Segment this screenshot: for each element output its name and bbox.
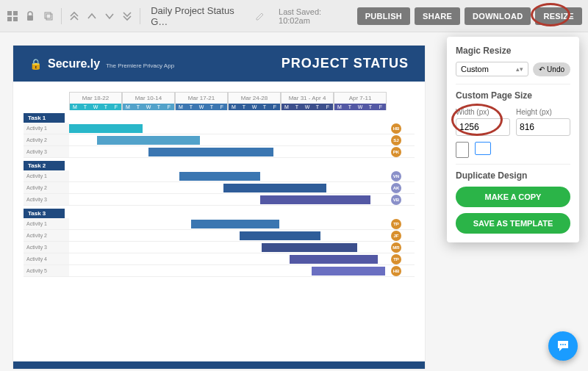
activity-label: Activity 3 [24,242,69,253]
height-input[interactable] [516,118,570,136]
svg-rect-5 [45,12,51,18]
make-copy-button[interactable]: MAKE A COPY [456,187,570,207]
gantt-bar[interactable] [148,148,273,156]
gantt-track [69,253,387,264]
down-icon[interactable] [103,9,116,24]
gantt-track [69,134,387,145]
topbar: Daily Project Status G… Last Saved: 10:0… [0,0,588,32]
gantt-bar[interactable] [223,184,326,192]
gantt-bar[interactable] [69,124,143,133]
week-column: Mar 24-28MTWTF [228,92,281,110]
last-saved: Last Saved: 10:02am [279,7,348,25]
divider [456,164,570,165]
assignee-badge: AK [391,183,401,193]
svg-rect-6 [46,14,52,20]
gantt-row: Activity 5HB [24,265,415,277]
day-label: F [270,104,280,110]
svg-point-7 [560,344,562,345]
assignee-badge: TP [391,254,401,264]
gantt-bar[interactable] [97,136,200,145]
gantt-bar[interactable] [191,220,279,228]
divider [140,8,140,24]
day-label: T [133,104,143,110]
day-label: W [249,104,259,110]
assignee-badge: SJ [391,135,401,145]
assignee-badge: PK [391,147,401,157]
undo-button[interactable]: ↶ Undo [533,62,570,76]
day-label: T [345,104,355,110]
activity-label: Activity 2 [24,182,69,193]
magic-resize-heading: Magic Resize [456,46,570,56]
week-label: Mar 24-28 [229,93,280,104]
chevron-updown-icon: ▴▾ [516,65,523,73]
activity-label: Activity 1 [24,218,69,229]
gantt-bar[interactable] [179,172,260,181]
grid-icon[interactable] [6,9,19,24]
assignee-badge: HB [391,123,401,134]
brand-tagline: The Premiere Privacy App [106,62,174,69]
day-label: M [334,104,345,110]
activity-label: Activity 2 [24,134,69,145]
doc-header: 🔒 Secure.ly The Premiere Privacy App PRO… [13,46,425,82]
day-label: T [154,104,164,110]
day-label: M [229,104,239,110]
gantt-row: Activity 1VN [24,170,415,182]
gantt-row: Activity 4TP [24,253,415,265]
week-column: Mar 17-21MTWTF [175,92,228,110]
day-label: T [186,104,196,110]
gantt-track [69,146,387,157]
day-label: W [143,104,154,110]
week-column: Mar 10-14MTWTF [122,92,175,110]
chat-button[interactable] [548,331,578,361]
orientation-landscape-icon[interactable] [475,142,491,155]
save-template-button[interactable]: SAVE AS TEMPLATE [456,213,570,234]
assignee-badge: VN [391,171,401,181]
task-section-header: Task 3 [24,209,65,218]
edit-icon[interactable] [254,9,267,24]
week-label: Apr 7-11 [334,93,386,104]
gantt-bar[interactable] [260,195,370,204]
brand-name: Secure.ly [48,57,100,71]
week-label: Mar 10-14 [123,93,174,104]
assignee-badge: TP [391,219,401,229]
double-down-icon[interactable] [121,9,134,24]
gantt-row: Activity 2JF [24,230,415,242]
gantt-row: Activity 1HB [24,123,415,134]
resize-button[interactable]: RESIZE [535,7,582,25]
gantt-track [69,230,387,241]
gantt-bar[interactable] [262,243,357,252]
gantt-bar[interactable] [312,267,385,275]
gantt-chart: Mar 18-22MTWTFMar 10-14MTWTFMar 17-21MTW… [13,82,425,284]
assignee-badge: MR [391,242,401,253]
lock-icon[interactable] [24,9,37,24]
publish-button[interactable]: PUBLISH [357,7,410,25]
double-up-icon[interactable] [68,9,81,24]
svg-rect-2 [7,17,12,21]
day-label: T [101,104,111,110]
download-button[interactable]: DOWNLOAD [465,7,531,25]
gantt-row: Activity 3PK [24,146,415,158]
gantt-track [69,218,387,229]
activity-label: Activity 1 [24,123,69,134]
gantt-bar[interactable] [290,255,378,264]
width-input[interactable] [456,118,510,136]
day-label: T [312,104,323,110]
assignee-badge: JF [391,231,401,241]
document[interactable]: 🔒 Secure.ly The Premiere Privacy App PRO… [13,46,425,369]
svg-rect-3 [13,17,18,21]
gantt-bar[interactable] [240,231,320,240]
copy-icon[interactable] [41,9,54,24]
day-label: M [123,104,133,110]
brand: 🔒 Secure.ly The Premiere Privacy App [29,57,174,71]
svg-rect-0 [7,11,12,15]
task-section-header: Task 1 [24,113,65,123]
week-label: Mar 18-22 [70,93,121,104]
orientation-portrait-icon[interactable] [456,142,469,158]
up-icon[interactable] [85,9,98,24]
document-title: Daily Project Status G… [151,5,245,27]
share-button[interactable]: SHARE [415,7,460,25]
resize-preset-select[interactable]: Custom▴▾ [456,62,528,76]
gantt-track [69,265,387,276]
day-label: M [70,104,80,110]
day-label: W [355,104,365,110]
